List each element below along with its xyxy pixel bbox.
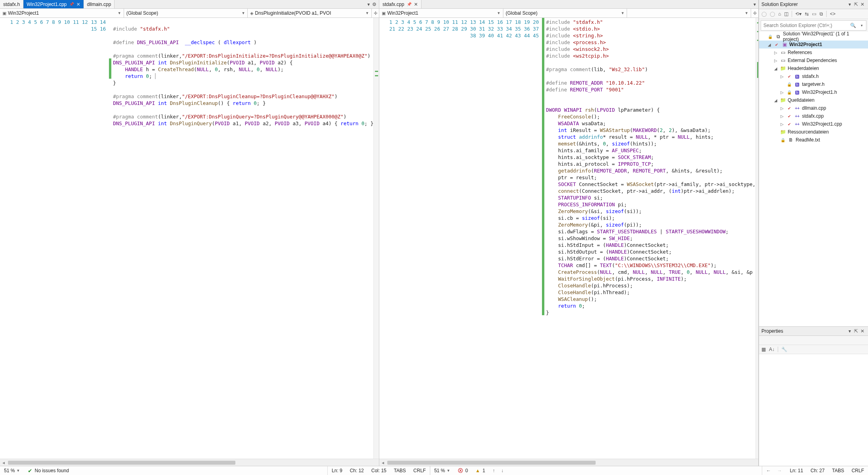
cpp-file-icon: ++ [794,113,800,119]
header-file-icon: h [794,81,800,87]
switch-views-icon[interactable]: ◫ [784,11,788,17]
properties-panel: Properties ▾ ⇱ ✕ ▦ A↓ 🔧 [759,326,868,466]
error-summary[interactable]: ⓧ0 ▲1 ↑ ↓ [454,466,507,475]
window-menu-icon[interactable]: ▾ [847,328,853,334]
editor-pane-right: stdafx.cpp📌✕ ▾ ▣ Win32Project1▼ (Global … [379,0,759,466]
tab-stdafx-cpp[interactable]: stdafx.cpp📌✕ [379,0,421,8]
home-icon[interactable]: ⌂ [778,11,781,17]
tab-label: stdafx.cpp [383,2,404,7]
checkout-icon: ✔ [773,43,780,47]
back-icon[interactable]: ◯ [761,11,767,17]
tree-node[interactable]: ▷▭External Dependencies [759,56,868,64]
collapse-icon[interactable]: ▭ [812,11,816,17]
pin-icon[interactable]: 📌 [69,2,74,6]
categorized-icon[interactable]: ▦ [761,347,766,352]
close-icon[interactable]: ✕ [76,2,80,7]
solution-search-input[interactable] [761,23,849,28]
tree-node[interactable]: ▷✔++stdafx.cpp [759,112,868,120]
checkout-icon: ✔ [786,106,792,111]
tree-node[interactable]: ◢📁Headerdateien [759,64,868,72]
expand-icon[interactable]: ◢ [767,43,772,47]
forward-icon[interactable]: ◯ [770,11,775,17]
tree-node[interactable]: 🔒🗎ReadMe.txt [759,136,868,144]
nav-fwd-icon[interactable]: → [777,468,782,473]
lock-icon: 🔒 [786,82,792,87]
tree-node[interactable]: ▷✔++Win32Project1.cpp [759,120,868,128]
tab-overflow-icon[interactable]: ▾ [367,2,370,7]
nav-back-icon[interactable]: ← [766,468,771,473]
expand-icon[interactable]: ▷ [780,74,785,79]
alphabetical-icon[interactable]: A↓ [769,347,775,352]
nav-project[interactable]: ▣ Win32Project1▼ [0,9,124,17]
expand-icon[interactable]: ▷ [773,58,778,63]
node-label: Win32Project1.h [802,89,837,95]
wrench-icon[interactable]: 🔧 [781,347,787,352]
checkout-icon: ✔ [786,114,792,118]
zoom-right[interactable]: 51 %▼ [430,466,454,475]
nav-member[interactable]: ◈ DnsPluginInitialize(PVOID a1, PVOI▼ [248,9,372,17]
split-icon[interactable]: ✢ [372,11,379,16]
tab-label: stdafx.h [3,2,20,7]
code-area-right[interactable]: 1 2 3 4 5 6 7 8 9 10 11 12 13 14 15 16 1… [379,18,758,459]
tab-overflow-icon[interactable]: ▾ [753,2,756,7]
pin-icon[interactable]: ⇱ [853,2,859,7]
code-icon[interactable]: <> [830,11,835,17]
tab-stdafx-h[interactable]: stdafx.h [0,0,23,8]
window-menu-icon[interactable]: ▾ [847,2,853,7]
pin-icon[interactable]: ⇱ [853,328,859,334]
expand-icon[interactable]: ▷ [773,50,778,55]
expand-icon[interactable]: ▷ [780,114,785,118]
navbar-left: ▣ Win32Project1▼ (Global Scope)▼ ◈ DnsPl… [0,9,379,18]
hscroll-left[interactable]: ◂ [0,459,379,466]
project-icon: ▣ [781,42,788,47]
header-file-icon: h [794,89,800,95]
expand-icon[interactable]: ▷ [780,106,785,111]
nav-scope[interactable]: (Global Scope)▼ [503,9,627,17]
tree-node[interactable]: ▷✔hstdafx.h [759,72,868,80]
sync-icon[interactable]: ⟲▾ [795,11,802,17]
expand-icon[interactable]: ▷ [780,122,785,126]
tree-node[interactable]: ▷✔++dllmain.cpp [759,104,868,112]
tab-label: Win32Project1.cpp [27,2,67,7]
text-file-icon: 🗎 [788,137,794,143]
close-icon[interactable]: ✕ [859,328,866,334]
node-label: targetver.h [802,81,825,87]
tree-node[interactable]: 🔒⧉Solution 'Win32Project1' (1 of 1 proje… [759,33,868,41]
close-icon[interactable]: ✕ [414,2,418,7]
nav-scope[interactable]: (Global Scope)▼ [124,9,248,17]
expand-icon[interactable]: ▷ [780,90,785,95]
nav-project[interactable]: ▣ Win32Project1▼ [379,9,503,17]
tab-dllmain-cpp[interactable]: dllmain.cpp [84,0,115,8]
checkout-icon: ✔ [786,74,792,79]
tree-node[interactable]: 🔒htargetver.h [759,80,868,88]
folder-icon: 📁 [780,129,786,135]
gear-icon[interactable]: ⚙ [372,2,377,7]
split-icon[interactable]: ✢ [751,11,758,16]
next-issue-icon[interactable]: ↓ [501,468,503,473]
zoom-left[interactable]: 51 %▼ [0,466,24,475]
show-all-icon[interactable]: ⧉ [819,11,823,17]
close-icon[interactable]: ✕ [859,2,866,7]
tabstrip-right: stdafx.cpp📌✕ ▾ [379,0,758,9]
prev-issue-icon[interactable]: ↑ [493,468,495,473]
search-drop-icon[interactable]: ▾ [857,23,866,27]
solution-tree[interactable]: 🔒⧉Solution 'Win32Project1' (1 of 1 proje… [759,32,868,326]
tree-node[interactable]: ◢📁Quelldateien [759,96,868,104]
expand-icon[interactable]: ◢ [773,98,778,103]
cpp-project-icon: ▣ [2,11,6,16]
tree-node[interactable]: ▷🔒hWin32Project1.h [759,88,868,96]
tree-node[interactable]: 📁Ressourcendateien [759,128,868,136]
node-label: Win32Project1.cpp [802,121,842,127]
node-label: Headerdateien [788,66,819,71]
navbar-right: ▣ Win32Project1▼ (Global Scope)▼ ▼ ✢ [379,9,758,18]
search-icon[interactable]: 🔍 [849,23,857,28]
tab-win32project1-cpp[interactable]: Win32Project1.cpp📌✕ [23,0,84,8]
pin-icon[interactable]: 📌 [407,2,412,6]
code-area-left[interactable]: 1 2 3 4 5 6 7 8 9 10 11 12 13 14 15 16 #… [0,18,379,459]
tree-node[interactable]: ▷▭References [759,48,868,56]
hscroll-right[interactable]: ◂ [379,459,758,466]
pending-icon[interactable]: ⇆ [805,11,809,17]
nav-member[interactable]: ▼ [627,9,751,17]
expand-icon[interactable]: ◢ [773,66,778,71]
solution-search[interactable]: 🔍 ▾ [761,20,866,31]
